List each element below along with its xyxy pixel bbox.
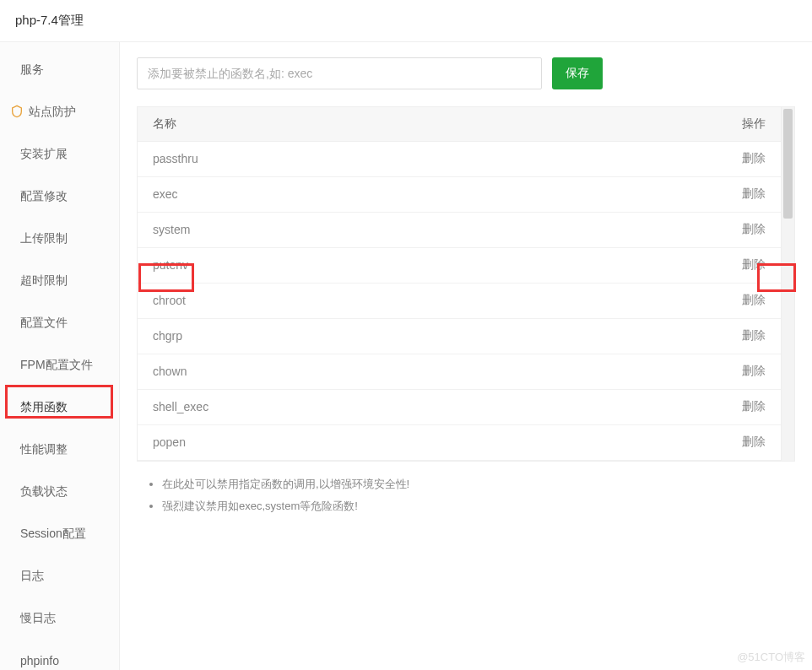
sidebar-item-label: 日志: [20, 569, 44, 584]
sidebar-item-label: 站点防护: [29, 105, 76, 120]
table-scroll: 名称 操作 passthru删除exec删除system删除putenv删除ch…: [138, 107, 781, 461]
sidebar-item-14[interactable]: phpinfo: [0, 640, 119, 670]
delete-button[interactable]: 删除: [742, 151, 766, 165]
sidebar-item-label: phpinfo: [20, 654, 59, 667]
content-area: 保存 名称 操作 passthru删除exec删除system删除putenv删…: [120, 42, 812, 670]
row-op-cell: 删除: [533, 176, 781, 212]
sidebar-item-4[interactable]: 上传限制: [0, 218, 119, 260]
sidebar-item-7[interactable]: FPM配置文件: [0, 344, 119, 386]
scrollbar-thumb[interactable]: [783, 109, 793, 219]
sidebar-item-label: 安装扩展: [20, 147, 68, 162]
sidebar-item-13[interactable]: 慢日志: [0, 597, 119, 640]
sidebar-item-label: 超时限制: [20, 273, 68, 289]
function-name: chroot: [138, 283, 533, 318]
sidebar: 服务站点防护安装扩展配置修改上传限制超时限制配置文件FPM配置文件禁用函数性能调…: [0, 42, 120, 670]
sidebar-item-label: 上传限制: [20, 231, 68, 246]
sidebar-item-label: Session配置: [20, 527, 86, 542]
col-op: 操作: [533, 107, 781, 141]
shield-icon: [10, 105, 29, 121]
sidebar-item-label: 禁用函数: [20, 400, 68, 415]
sidebar-item-label: FPM配置文件: [20, 358, 93, 373]
table-row: exec删除: [138, 176, 781, 212]
sidebar-item-label: 配置文件: [20, 316, 68, 331]
table-row: passthru删除: [138, 141, 781, 176]
delete-button[interactable]: 删除: [742, 399, 766, 413]
sidebar-item-3[interactable]: 配置修改: [0, 176, 119, 218]
row-op-cell: 删除: [533, 141, 781, 176]
hints-list: 在此处可以禁用指定函数的调用,以增强环境安全性!强烈建议禁用如exec,syst…: [145, 477, 787, 521]
sidebar-item-label: 配置修改: [20, 189, 68, 204]
delete-button[interactable]: 删除: [742, 222, 766, 235]
row-op-cell: 删除: [533, 247, 781, 283]
table-row: putenv删除: [138, 247, 781, 283]
row-op-cell: 删除: [533, 354, 781, 389]
row-op-cell: 删除: [533, 318, 781, 354]
col-name: 名称: [138, 107, 533, 141]
function-name: shell_exec: [138, 389, 533, 424]
function-name: chown: [138, 354, 533, 389]
function-name: exec: [138, 176, 533, 212]
table-row: chown删除: [138, 354, 781, 389]
sidebar-item-label: 性能调整: [20, 442, 68, 457]
sidebar-item-6[interactable]: 配置文件: [0, 302, 119, 344]
row-op-cell: 删除: [533, 389, 781, 424]
function-name: putenv: [138, 247, 533, 283]
hint-item: 在此处可以禁用指定函数的调用,以增强环境安全性!: [162, 477, 787, 492]
row-op-cell: 删除: [533, 212, 781, 247]
delete-button[interactable]: 删除: [742, 186, 766, 200]
sidebar-item-8[interactable]: 禁用函数: [0, 386, 119, 429]
row-op-cell: 删除: [533, 424, 781, 460]
functions-table-wrap: 名称 操作 passthru删除exec删除system删除putenv删除ch…: [137, 106, 795, 462]
title-text: php-7.4管理: [15, 13, 84, 29]
row-op-cell: 删除: [533, 283, 781, 318]
sidebar-item-label: 负载状态: [20, 484, 68, 500]
watermark: @51CTO博客: [737, 650, 805, 665]
function-name-input[interactable]: [137, 57, 542, 89]
delete-button[interactable]: 删除: [742, 257, 766, 271]
function-name: system: [138, 212, 533, 247]
hint-item: 强烈建议禁用如exec,system等危险函数!: [162, 499, 787, 514]
sidebar-item-0[interactable]: 服务: [0, 49, 119, 91]
function-name: popen: [138, 424, 533, 460]
sidebar-item-5[interactable]: 超时限制: [0, 260, 119, 302]
functions-table: 名称 操作 passthru删除exec删除system删除putenv删除ch…: [138, 107, 781, 461]
sidebar-item-1[interactable]: 站点防护: [0, 91, 119, 133]
sidebar-item-12[interactable]: 日志: [0, 555, 119, 597]
sidebar-item-10[interactable]: 负载状态: [0, 471, 119, 513]
main-container: 服务站点防护安装扩展配置修改上传限制超时限制配置文件FPM配置文件禁用函数性能调…: [0, 42, 812, 670]
table-row: chgrp删除: [138, 318, 781, 354]
sidebar-item-label: 慢日志: [20, 611, 56, 626]
table-row: system删除: [138, 212, 781, 247]
table-row: shell_exec删除: [138, 389, 781, 424]
delete-button[interactable]: 删除: [742, 435, 766, 448]
sidebar-item-2[interactable]: 安装扩展: [0, 133, 119, 176]
function-name: chgrp: [138, 318, 533, 354]
add-function-row: 保存: [120, 57, 812, 89]
window-title: php-7.4管理: [0, 0, 812, 42]
delete-button[interactable]: 删除: [742, 293, 766, 306]
sidebar-item-11[interactable]: Session配置: [0, 513, 119, 555]
save-button[interactable]: 保存: [552, 57, 603, 89]
delete-button[interactable]: 删除: [742, 328, 766, 342]
sidebar-item-9[interactable]: 性能调整: [0, 429, 119, 471]
sidebar-item-label: 服务: [20, 62, 44, 78]
table-row: popen删除: [138, 424, 781, 460]
scrollbar[interactable]: [781, 107, 794, 461]
function-name: passthru: [138, 141, 533, 176]
table-row: chroot删除: [138, 283, 781, 318]
delete-button[interactable]: 删除: [742, 364, 766, 377]
